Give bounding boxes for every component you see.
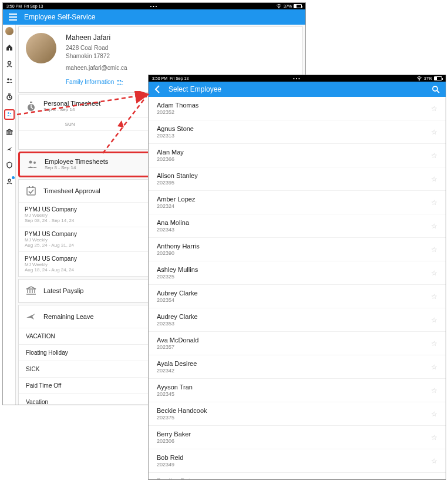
stopwatch-icon: [25, 100, 38, 113]
star-icon[interactable]: ☆: [431, 316, 437, 324]
nav-plane-icon[interactable]: [5, 144, 14, 153]
page-title: Employee Self-Service: [24, 13, 299, 21]
employee-row[interactable]: Ana Molina202343☆: [149, 214, 446, 238]
star-icon[interactable]: ☆: [431, 269, 437, 277]
svg-rect-12: [30, 102, 32, 103]
employee-row[interactable]: Alan May202366☆: [149, 144, 446, 167]
employee-name: Ayyson Tran: [157, 384, 431, 391]
star-icon[interactable]: ☆: [431, 457, 437, 465]
search-icon[interactable]: [432, 85, 440, 93]
plane-icon: [25, 310, 38, 323]
employee-id: 202390: [157, 250, 431, 256]
svg-point-3: [10, 79, 12, 80]
svg-point-10: [122, 81, 123, 82]
employee-row[interactable]: Adam Thomas202352☆: [149, 97, 446, 120]
nav-people-icon[interactable]: [5, 76, 14, 85]
section-title: Personal Timesheet: [43, 100, 100, 107]
employee-id: 202306: [157, 438, 431, 444]
svg-point-5: [8, 112, 9, 114]
employee-row[interactable]: Bob Reid202349☆: [149, 449, 446, 473]
star-icon[interactable]: ☆: [431, 199, 437, 207]
star-icon[interactable]: ☆: [431, 410, 437, 418]
avatar[interactable]: [26, 33, 56, 63]
employee-row[interactable]: Aubrey Clarke202354☆: [149, 285, 446, 308]
nav-notifications-icon[interactable]: [5, 177, 14, 186]
star-icon[interactable]: ☆: [431, 245, 437, 254]
back-icon[interactable]: [154, 85, 160, 93]
section-title: Latest Payslip: [43, 287, 83, 294]
family-info-link[interactable]: Family Information: [66, 78, 127, 86]
employee-row[interactable]: Berry Baker202306☆: [149, 426, 446, 449]
svg-point-6: [10, 113, 11, 114]
star-icon[interactable]: ☆: [431, 152, 437, 160]
employee-name: Agnus Stone: [157, 125, 431, 132]
profile-address2: Shamokin 17872: [66, 52, 127, 60]
employee-id: 202325: [157, 274, 431, 280]
employee-name: Alison Stanley: [157, 172, 431, 179]
employee-row[interactable]: Ayyson Tran202345☆: [149, 379, 446, 402]
employee-name: Alan May: [157, 149, 431, 156]
star-icon[interactable]: ☆: [431, 105, 437, 113]
nav-timer-icon[interactable]: [5, 93, 14, 101]
menu-icon[interactable]: [9, 14, 17, 21]
employee-list[interactable]: Adam Thomas202352☆Agnus Stone202313☆Alan…: [149, 97, 446, 479]
employee-id: 202357: [157, 344, 431, 350]
employee-name: Adam Thomas: [157, 102, 431, 109]
status-bar: 3:50 PM Fri Sep 13 ••• 37%: [3, 3, 305, 9]
profile-email: maheen.jafari@cmic.ca: [66, 64, 127, 72]
nav-profile-icon[interactable]: [5, 60, 14, 68]
nav-timesheets-icon[interactable]: [4, 109, 15, 120]
star-icon[interactable]: ☆: [431, 175, 437, 183]
svg-point-19: [433, 86, 437, 91]
svg-rect-15: [27, 187, 35, 195]
employee-id: 202345: [157, 391, 431, 397]
day-value: [25, 137, 115, 143]
star-icon[interactable]: ☆: [431, 386, 437, 395]
bank-icon: [25, 284, 38, 297]
status-date: Fri Sep 13: [170, 76, 188, 80]
employee-row[interactable]: Ayala Desiree202342☆: [149, 355, 446, 379]
employee-row[interactable]: Alison Stanley202395☆: [149, 167, 446, 191]
employee-name: Anthony Harris: [157, 243, 431, 250]
nav-avatar-icon[interactable]: [5, 27, 14, 35]
employee-id: 202343: [157, 227, 431, 233]
star-icon[interactable]: ☆: [431, 339, 437, 348]
svg-point-8: [117, 80, 119, 82]
employee-id: 202324: [157, 203, 431, 209]
family-icon: [116, 79, 123, 85]
employee-name: Bradley Peterson: [157, 477, 431, 479]
employee-row[interactable]: Agnus Stone202313☆: [149, 120, 446, 144]
star-icon[interactable]: ☆: [431, 292, 437, 301]
employee-id: 202342: [157, 368, 431, 374]
employee-row[interactable]: Bradley Peterson202368☆: [149, 473, 446, 479]
star-icon[interactable]: ☆: [431, 363, 437, 371]
svg-point-2: [7, 78, 9, 80]
battery-percent: 37%: [424, 76, 432, 80]
people-icon: [26, 158, 39, 171]
employee-name: Ava McDonald: [157, 337, 431, 344]
employee-row[interactable]: Beckie Handcook202375☆: [149, 402, 446, 426]
svg-point-13: [29, 160, 32, 163]
employee-row[interactable]: Amber Lopez202324☆: [149, 191, 446, 214]
app-bar: Employee Self-Service: [3, 9, 305, 25]
star-icon[interactable]: ☆: [431, 222, 437, 230]
employee-name: Bob Reid: [157, 454, 431, 461]
employee-name: Berry Baker: [157, 430, 431, 438]
employee-row[interactable]: Anthony Harris202390☆: [149, 238, 446, 261]
svg-point-14: [33, 162, 36, 164]
device-right: 3:50 PM Fri Sep 13 ••• 37% Select Employ…: [148, 75, 446, 480]
status-dots-icon: •••: [293, 76, 301, 80]
star-icon[interactable]: ☆: [431, 128, 437, 136]
employee-row[interactable]: Audrey Clarke202353☆: [149, 308, 446, 332]
employee-name: Ayala Desiree: [157, 360, 431, 367]
svg-point-7: [8, 179, 11, 181]
employee-row[interactable]: Ava McDonald202357☆: [149, 332, 446, 355]
employee-id: 202366: [157, 156, 431, 162]
nav-shield-icon[interactable]: [5, 161, 14, 169]
nav-bank-icon[interactable]: [5, 128, 14, 136]
employee-row[interactable]: Ashley Mullins202325☆: [149, 261, 446, 285]
employee-name: Audrey Clarke: [157, 313, 431, 320]
profile-name: Maheen Jafari: [66, 33, 127, 43]
star-icon[interactable]: ☆: [431, 433, 437, 442]
nav-home-icon[interactable]: [5, 43, 14, 52]
